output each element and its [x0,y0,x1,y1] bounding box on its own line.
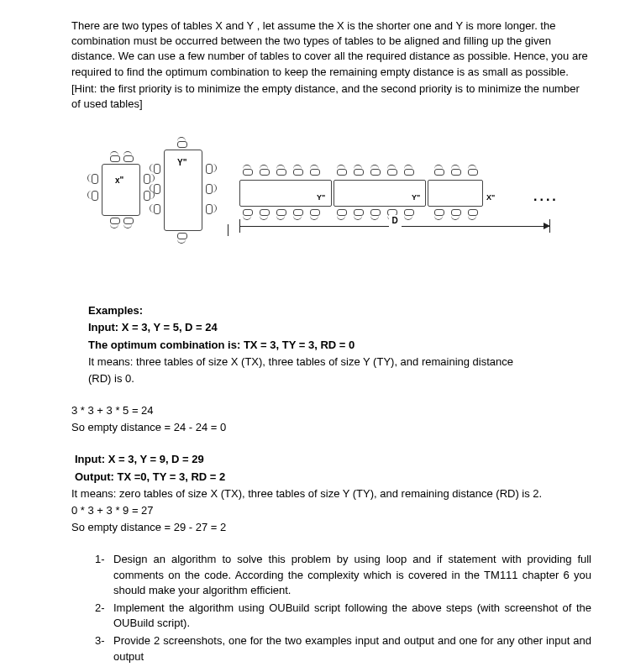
chair-icon [212,204,217,213]
chair-icon [468,165,476,170]
chair-icon [387,169,397,176]
chair-icon [276,165,285,170]
ex1-meaning-line2: (RD) is 0. [88,371,591,386]
chair-icon [154,164,160,174]
chair-icon [92,174,98,184]
chair-icon [337,169,347,176]
ex1-input-line: Input: X = 3, Y = 5, D = 24 [88,320,591,335]
chair-icon [451,165,460,170]
task-list: 1- Design an algorithm to solve this pro… [95,552,591,664]
chair-icon [150,184,155,192]
task-item-3: 3- Provide 2 screenshots, one for the tw… [95,633,591,664]
examples-heading: Examples: [88,303,591,318]
table-x-small: x" [102,164,140,216]
chair-icon [123,155,134,162]
chair-icon [123,223,132,228]
ex2-output-line: Output: TX =0, TY = 3, RD = 2 [75,470,591,485]
ex2-calc-line2: So empty distance = 29 - 27 = 2 [71,520,591,535]
ex1-calc-line1: 3 * 3 + 3 * 5 = 24 [71,403,591,418]
chair-icon [310,165,318,170]
chair-icon [337,165,345,170]
dimension-start-tick [228,224,238,236]
chair-icon [276,169,286,176]
label-long-y1: Y" [317,192,325,203]
chair-icon [354,165,362,170]
task-text: Implement the algorithm using OUBuild sc… [113,601,591,629]
chair-icon [404,165,412,170]
chair-icon [293,165,302,170]
ex1-meaning-line1: It means: three tables of size X (TX), t… [88,354,591,370]
chair-icon [154,204,160,214]
chair-icon [243,165,251,170]
chair-icon [123,151,132,156]
label-x-icon: x" [115,175,123,186]
chair-icon [293,169,303,176]
chair-icon [260,169,270,176]
chair-icon [92,191,98,201]
task-text: Design an algorithm to solve this proble… [113,553,591,596]
chair-icon [150,174,155,182]
chair-icon [212,184,217,192]
dimension-d-label: D [389,215,402,227]
dimension-line: D [239,219,550,234]
ex2-input-line: Input: X = 3, Y = 9, D = 29 [75,452,591,467]
chair-icon [110,223,118,228]
ex1-result-line: The optimum combination is: TX = 3, TY =… [88,338,591,353]
chair-icon [451,169,461,176]
chair-icon [468,169,478,176]
task-item-1: 1- Design an algorithm to solve this pro… [95,552,591,598]
chair-icon [434,169,444,176]
hint-paragraph: [Hint: the first priority is to minimize… [71,81,591,112]
chair-icon [177,141,187,148]
task-item-2: 2- Implement the algorithm using OUBuild… [95,601,591,631]
chair-icon [110,151,118,156]
ellipsis-icon: .... [533,187,559,206]
tables-diagram: x" Y" [97,137,567,280]
chair-icon [154,184,160,194]
chair-icon [150,204,155,213]
label-y-icon: Y" [177,157,186,169]
task-text: Provide 2 screenshots, one for the two e… [113,634,591,662]
chair-icon [387,165,396,170]
long-table-x [428,180,483,207]
ex2-calc-line1: 0 * 3 + 3 * 9 = 27 [71,503,591,518]
chair-icon [434,165,443,170]
chair-icon [87,191,92,199]
ex1-calc-line2: So empty distance = 24 - 24 = 0 [71,420,591,435]
label-long-y2: Y" [412,192,420,203]
chair-icon [87,174,92,182]
ex2-meaning-line: It means: zero tables of size X (TX), th… [71,486,591,501]
chair-icon [370,165,379,170]
chair-icon [404,169,414,176]
intro-paragraph: There are two types of tables X and Y , … [71,18,591,80]
chair-icon [310,169,320,176]
task-number: 1- [95,552,105,567]
chair-icon [260,165,268,170]
chair-icon [354,169,364,176]
long-tables-row: Y" Y" X" [239,167,542,209]
chair-icon [177,239,186,244]
table-y-medium: Y" [164,150,202,231]
chair-icon [212,164,217,172]
chair-icon [243,169,253,176]
task-number: 2- [95,601,105,616]
chair-icon [110,155,120,162]
chair-icon [177,137,186,142]
chair-icon [370,169,381,176]
label-long-x: X" [486,192,495,203]
task-number: 3- [95,633,105,648]
chair-icon [150,164,155,172]
